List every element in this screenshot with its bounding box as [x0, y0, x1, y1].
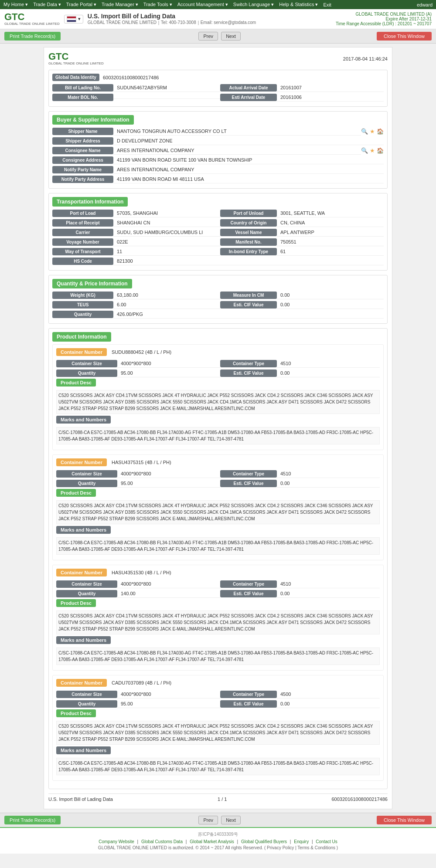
shipper-home-icon[interactable]: 🏠 [377, 128, 384, 135]
nav-help[interactable]: Help & Statistics ▾ [279, 2, 318, 7]
container-cif-label-0: Esti. CIF Value [220, 370, 277, 377]
product-desc-label-0: Product Desc [56, 379, 96, 387]
container-size-row-0: Container Size 4000*900*800 Container Ty… [56, 359, 380, 368]
shipper-search-icon[interactable]: 🔍 [361, 128, 368, 135]
container-block-2: Container Number HASU4351530 (4B / L / P… [52, 565, 384, 671]
footer-copy: GLOBAL TRADE ONLINE LIMITED is authorize… [3, 845, 433, 850]
teus-row: TEUS 6.00 Esti. CIF Value 0.00 [52, 301, 384, 309]
footer-link-enquiry[interactable]: Enquiry [294, 839, 309, 844]
container-number-label-1: Container Number [56, 458, 107, 466]
footer-link-buyers[interactable]: Global Qualified Buyers [241, 839, 287, 844]
prev-button[interactable]: Prev [198, 32, 218, 41]
nav-trade-tools[interactable]: Trade Tools ▾ [143, 2, 172, 7]
nav-trade-data[interactable]: Trade Data ▾ [33, 2, 61, 7]
doc-footer-page: 1 / 1 [218, 797, 227, 802]
footer-link-contact[interactable]: Contact Us [316, 839, 337, 844]
product-desc-text-3: C520 SCISSORS JACK ASY CD4.1TVM SCISSORS… [56, 721, 380, 745]
teus-value: 6.00 [113, 301, 220, 309]
master-bol-value [113, 96, 220, 99]
quantity-row: Quantity 426.00/PKG [52, 310, 384, 319]
logo: GTC GLOBAL TRADE ONLINE LIMITED [4, 12, 60, 26]
container-type-value-2: 4510 [277, 580, 380, 588]
nav-user: edward [417, 2, 433, 7]
marks-text-2: C/SC-17088-CA ES7C-17085-AB AC34-17080-B… [56, 648, 380, 665]
weight-row: Weight (KG) 63,180.00 Measure In CM 0.00 [52, 291, 384, 299]
doc-footer-title: U.S. Import Bill of Lading Data [48, 797, 113, 802]
container-number-value-0: SUDU8880452 (4B / L / PH) [112, 349, 171, 355]
hs-code-label: HS Code [52, 258, 113, 265]
notify-name-label: Notify Party Name [52, 166, 113, 173]
product-desc-text-2: C520 SCISSORS JACK ASY CD4.1TVM SCISSORS… [56, 610, 380, 634]
container-size-label-1: Container Size [56, 470, 117, 478]
country-origin-value: CN, CHINA [277, 219, 384, 227]
container-type-label-1: Container Type [220, 470, 277, 478]
nav-trade-portal[interactable]: Trade Portal ▾ [66, 2, 96, 7]
vessel-name-value: APL ANTWERP [277, 228, 384, 237]
container-number-value-2: HASU4351530 (4B / L / PH) [112, 570, 171, 575]
footer-link-company[interactable]: Company Website [99, 839, 134, 844]
consignee-address-row: Consignee Address 41199 VAN BORN ROAD SU… [52, 156, 384, 164]
marks-text-0: C/SC-17088-CA ES7C-17085-AB AC34-17080-B… [56, 427, 380, 444]
container-size-value-0: 4000*900*800 [117, 359, 220, 368]
inbond-value: 61 [277, 248, 384, 256]
container-qty-value-2: 140.00 [117, 590, 220, 598]
consignee-star-icon[interactable]: ★ [370, 147, 375, 154]
prev-button-bottom[interactable]: Prev [198, 816, 218, 824]
container-size-label-2: Container Size [56, 580, 117, 588]
site-footer: 苏ICP备14033309号 Company Website | Global … [0, 827, 436, 854]
container-size-value-1: 4000*900*800 [117, 470, 220, 478]
hs-code-value: 821300 [113, 257, 384, 265]
print-button[interactable]: Print Trade Record(s) [4, 32, 61, 41]
product-title: Product Information [52, 332, 111, 342]
container-qty-label-0: Quantity [56, 370, 117, 377]
flag-selector[interactable]: ▾ [64, 15, 83, 24]
teus-label: TEUS [52, 301, 113, 309]
notify-address-row: Notify Party Address 41199 VAN BORN ROAD… [52, 175, 384, 183]
bol-label: Bill of Lading No. [52, 84, 113, 92]
product-desc-label-1: Product Desc [56, 489, 96, 497]
close-button-top[interactable]: Close This Window [377, 32, 432, 41]
header-title-block: U.S. Import Bill of Lading Data GLOBAL T… [88, 13, 256, 26]
container-size-value-3: 4000*900*800 [117, 690, 220, 698]
shipper-name-label: Shipper Name [52, 128, 113, 135]
next-button-bottom[interactable]: Next [221, 816, 241, 824]
actual-arrival-value: 20161007 [277, 84, 384, 92]
transportation-section: Transportation Information Port of Load … [48, 193, 388, 271]
transportation-title: Transportation Information [52, 197, 128, 207]
nav-account-mgmt[interactable]: Account Management ▾ [177, 2, 228, 7]
footer-link-market[interactable]: Global Market Analysis [190, 839, 234, 844]
identity-section: Global Data Identity 6003201610080002174… [48, 70, 388, 107]
nav-exit[interactable]: Exit [323, 2, 331, 7]
qty-price-title: Quantity & Price Information [52, 279, 132, 288]
header-right: GLOBAL TRADE ONLINE LIMITED (A) Expire A… [336, 12, 432, 26]
container-type-value-1: 4510 [277, 470, 380, 478]
print-button-bottom[interactable]: Print Trade Record(s) [4, 816, 61, 824]
product-desc-label-2: Product Desc [56, 599, 96, 607]
qty-price-section: Quantity & Price Information Weight (KG)… [48, 275, 388, 324]
product-desc-text-0: C520 SCISSORS JACK ASY CD4.1TVM SCISSORS… [56, 390, 380, 414]
transport-row: Way of Transport 11 In-bond Entry Type 6… [52, 248, 384, 256]
shipper-star-icon[interactable]: ★ [370, 128, 375, 135]
header-subtitle: GLOBAL TRADE ONLINE LIMITED｜Tel: 400-710… [88, 20, 256, 26]
footer-link-customs[interactable]: Global Customs Data [141, 839, 183, 844]
container-qty-value-3: 95.00 [117, 700, 220, 708]
actual-arrival-label: Actual Arrival Date [220, 84, 277, 92]
container-block-1: Container Number HASU4375315 (4B / L / P… [52, 454, 384, 560]
logo-subtext: GLOBAL TRADE ONLINE LIMITED [4, 22, 60, 26]
notify-name-row: Notify Party Name ARES INTERNATIONAL COM… [52, 166, 384, 174]
nav-trade-manager[interactable]: Trade Manager ▾ [102, 2, 138, 7]
action-bar-bottom: Print Trade Record(s) Prev Next Close Th… [0, 813, 436, 827]
nav-my-home[interactable]: My Home ▾ [3, 2, 28, 7]
bol-row: Bill of Lading No. SUDUN54672ABY5RM Actu… [52, 84, 384, 92]
action-bar-top: Print Trade Record(s) Prev Next Close Th… [0, 29, 436, 44]
next-button[interactable]: Next [221, 32, 241, 41]
vessel-name-label: Vessel Name [220, 229, 277, 236]
consignee-home-icon[interactable]: 🏠 [377, 147, 384, 154]
container-number-label-3: Container Number [56, 679, 107, 687]
global-identity-label: Global Data Identity [52, 74, 99, 81]
transport-value: 11 [113, 248, 220, 256]
consignee-search-icon[interactable]: 🔍 [361, 147, 368, 154]
close-button-bottom[interactable]: Close This Window [377, 816, 432, 824]
nav-switch-lang[interactable]: Switch Language ▾ [233, 2, 274, 7]
container-size-value-2: 4000*900*800 [117, 580, 220, 588]
